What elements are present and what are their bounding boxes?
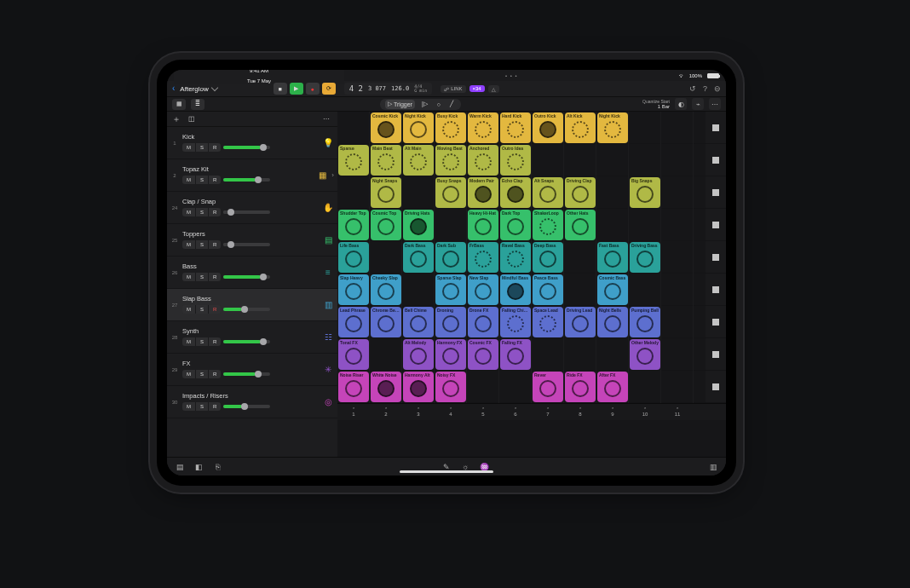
grid-slot[interactable]: Ride FX (564, 371, 596, 403)
clip-cell[interactable]: Slap Heavy (338, 274, 369, 305)
scene-launch-button[interactable] (706, 176, 726, 209)
msr-buttons[interactable]: MSR (182, 208, 221, 216)
grid-slot[interactable]: Night Kick (402, 112, 435, 144)
grid-slot[interactable]: Modern Pair (467, 176, 499, 209)
msr-buttons[interactable]: MSR (182, 305, 221, 314)
grid-slot[interactable] (402, 176, 435, 209)
grid-slot[interactable]: Moving Beat (435, 144, 467, 176)
volume-fader[interactable] (223, 210, 270, 214)
project-title-button[interactable]: Afterglow (180, 85, 216, 93)
clip-cell[interactable]: Life Bass (338, 242, 369, 273)
grid-slot[interactable] (661, 209, 694, 241)
grid-slot[interactable]: Rever (532, 371, 564, 403)
grid-slot[interactable]: Mindful Bass (499, 274, 532, 306)
grid-slot[interactable]: Bell Chime (402, 306, 435, 338)
track-row[interactable]: 30Impacts / RisersMSR◎ (167, 386, 337, 418)
clip-cell[interactable]: Hard Kick (500, 112, 531, 143)
clip-cell[interactable]: New Slap (468, 274, 498, 305)
clip-cell[interactable]: Sparse (338, 145, 369, 176)
count-pill[interactable]: ×34 (469, 85, 485, 92)
clip-cell[interactable]: Outro Kick (533, 112, 563, 143)
clip-cell[interactable]: Alt Main (403, 145, 434, 176)
keyboard-button[interactable]: ▥ (707, 461, 719, 473)
grid-slot[interactable]: Driving Clap (564, 176, 596, 209)
grid-slot[interactable] (629, 144, 661, 176)
grid-slot[interactable]: Fast Bass (596, 241, 629, 274)
volume-fader[interactable] (223, 146, 270, 149)
scene-nav-button[interactable]: ⌃10 (629, 404, 661, 420)
multitask-dots[interactable]: • • • (505, 73, 518, 78)
clip-cell[interactable]: Other Hats (565, 210, 596, 240)
scene-nav-button[interactable]: ⌃5 (467, 404, 499, 420)
scene-nav-button[interactable]: ⌃2 (370, 404, 402, 420)
grid-slot[interactable]: White Noise (370, 371, 402, 403)
clip-cell[interactable]: Lead Phrase (338, 307, 369, 337)
grid-slot[interactable]: Outro Kick (532, 112, 564, 144)
clip-cell[interactable]: Chrome Bells (371, 307, 401, 337)
clip-cell[interactable]: Driving Bass (630, 242, 660, 273)
volume-fader[interactable] (223, 243, 270, 246)
clip-cell[interactable]: Pumping Bell (630, 307, 660, 337)
grid-slot[interactable]: Main Beat (370, 144, 402, 176)
track-row[interactable]: 26BassMSR≡ (167, 257, 337, 289)
grid-slot[interactable] (661, 274, 694, 306)
scene-launch-button[interactable] (706, 338, 726, 371)
mixer-view-button[interactable]: ≣ (191, 99, 204, 110)
grid-slot[interactable] (661, 176, 694, 209)
clip-cell[interactable]: Alt Melody (403, 339, 434, 370)
msr-buttons[interactable]: MSR (182, 240, 221, 249)
link-button[interactable]: ☍ LINK (441, 85, 465, 93)
clip-cell[interactable]: Driving Lead (565, 307, 596, 337)
grid-slot[interactable] (661, 338, 694, 371)
grid-slot[interactable]: Other Hats (564, 209, 596, 241)
grid-slot[interactable]: Alt Snaps (532, 176, 564, 209)
clip-cell[interactable]: Ride FX (565, 372, 596, 402)
scene-launch-button[interactable] (706, 209, 726, 241)
grid-slot[interactable]: Slap Heavy (337, 274, 370, 306)
grid-slot[interactable] (337, 176, 370, 209)
grid-slot[interactable]: Night Kick (596, 112, 629, 144)
more-button[interactable]: ⋯ (709, 98, 721, 110)
expand-icon[interactable]: › (331, 171, 334, 179)
clip-cell[interactable]: Space Lead (533, 307, 563, 337)
clip-cell[interactable]: Cosmic Top (371, 210, 401, 240)
grid-slot[interactable]: Chrome Bells (370, 306, 402, 338)
grid-slot[interactable] (435, 209, 467, 241)
volume-fader[interactable] (223, 405, 270, 408)
clip-cell[interactable]: Falling Chime (500, 307, 531, 337)
home-indicator[interactable] (400, 470, 493, 473)
clip-cell[interactable]: Other Melody (630, 339, 660, 370)
clip-cell[interactable]: Cosmic Bass (597, 274, 628, 305)
grid-slot[interactable]: Night Snaps (370, 176, 402, 209)
track-row[interactable]: 2Topaz KitMSR▦› (167, 159, 337, 192)
clip-cell[interactable]: Dark Top (500, 210, 531, 240)
grid-slot[interactable]: Hard Kick (499, 112, 532, 144)
track-row[interactable]: 28SynthMSR☷ (167, 321, 337, 354)
clip-cell[interactable]: White Noise (371, 372, 401, 402)
grid-slot[interactable] (629, 209, 661, 241)
grid-slot[interactable]: Peace Bass (532, 274, 564, 306)
scene-launch-button[interactable] (706, 274, 726, 306)
msr-buttons[interactable]: MSR (182, 273, 221, 281)
grid-slot[interactable]: Sparse Slap (435, 274, 467, 306)
grid-slot[interactable] (402, 274, 435, 306)
clip-cell[interactable]: Peace Bass (533, 274, 563, 305)
grid-slot[interactable]: Noisy FX (435, 371, 467, 403)
clip-cell[interactable]: Droning (435, 307, 466, 337)
clip-cell[interactable]: Anchored (468, 145, 498, 176)
grid-slot[interactable]: Other Melody (629, 338, 661, 371)
clip-cell[interactable]: After FX (597, 372, 628, 402)
clip-cell[interactable]: Dark Bass (403, 242, 434, 273)
grid-slot[interactable]: Noise Riser (337, 371, 370, 403)
grid-slot[interactable] (596, 176, 629, 209)
grid-slot[interactable]: Busy Kick (435, 112, 467, 144)
add-track-button[interactable]: ＋ (172, 113, 181, 125)
grid-slot[interactable]: Harmony Alt (402, 371, 435, 403)
clip-cell[interactable]: Night Snaps (371, 177, 401, 208)
grid-slot[interactable]: Cosmic Bass (596, 274, 629, 306)
msr-buttons[interactable]: MSR (182, 176, 221, 184)
clip-cell[interactable]: Night Bells (597, 307, 628, 337)
grid-slot[interactable] (532, 144, 564, 176)
grid-slot[interactable]: Life Bass (337, 241, 370, 274)
grid-slot[interactable] (661, 144, 694, 176)
